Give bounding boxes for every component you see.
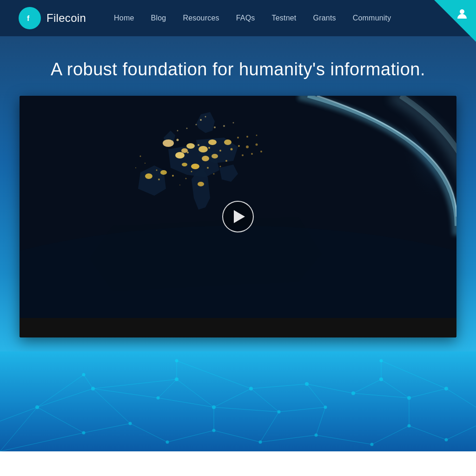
svg-point-48 [140, 156, 141, 157]
logo-text: Filecoin [46, 12, 86, 25]
network-section [0, 351, 476, 451]
svg-point-111 [324, 406, 327, 409]
svg-point-19 [177, 139, 179, 141]
svg-point-113 [351, 391, 355, 395]
user-icon[interactable] [454, 6, 470, 22]
nav-community[interactable]: Community [353, 14, 391, 22]
svg-point-10 [202, 156, 209, 161]
svg-point-100 [82, 431, 86, 435]
video-controls-bar [20, 318, 456, 337]
svg-point-114 [379, 377, 383, 381]
svg-point-112 [315, 434, 318, 437]
svg-point-36 [260, 151, 262, 152]
svg-point-108 [278, 410, 281, 414]
svg-point-9 [198, 146, 208, 152]
svg-point-31 [225, 160, 227, 162]
logo-icon: f [19, 7, 41, 29]
nav-blog[interactable]: Blog [151, 14, 166, 22]
svg-point-106 [212, 429, 216, 432]
svg-point-20 [187, 152, 189, 153]
video-wrapper [20, 96, 456, 337]
svg-point-13 [212, 154, 218, 159]
svg-point-41 [205, 116, 206, 118]
svg-point-51 [220, 166, 221, 167]
svg-text:f: f [27, 14, 30, 22]
hero-section: A robust foundation for humanity's infor… [0, 36, 476, 351]
svg-point-49 [145, 163, 145, 164]
svg-point-42 [196, 124, 197, 126]
svg-point-118 [445, 438, 448, 442]
logo-area[interactable]: f Filecoin [19, 7, 86, 29]
svg-point-28 [156, 170, 158, 171]
svg-point-117 [444, 387, 448, 390]
svg-point-52 [213, 173, 215, 175]
svg-point-110 [305, 382, 309, 386]
nav-testnet[interactable]: Testnet [272, 14, 297, 22]
nav-home[interactable]: Home [114, 14, 134, 22]
svg-point-115 [407, 396, 411, 400]
svg-point-123 [380, 359, 383, 363]
svg-point-35 [251, 153, 253, 155]
svg-point-22 [208, 147, 210, 149]
svg-point-119 [370, 443, 374, 446]
svg-point-47 [233, 122, 234, 124]
svg-point-8 [181, 148, 188, 153]
svg-point-33 [256, 144, 258, 146]
svg-point-120 [166, 441, 169, 444]
svg-point-38 [246, 136, 248, 138]
svg-point-23 [219, 150, 221, 152]
svg-point-45 [214, 126, 216, 128]
nav-grants[interactable]: Grants [313, 14, 336, 22]
svg-point-25 [238, 145, 240, 147]
svg-point-16 [145, 173, 152, 179]
svg-point-39 [256, 135, 258, 136]
svg-point-109 [259, 441, 262, 444]
svg-point-2 [460, 9, 464, 14]
svg-point-37 [237, 137, 239, 139]
svg-point-32 [246, 145, 249, 148]
svg-point-105 [212, 405, 216, 409]
nav-resources[interactable]: Resources [183, 14, 219, 22]
svg-point-12 [224, 139, 231, 145]
svg-point-116 [408, 424, 411, 428]
svg-point-104 [175, 377, 178, 381]
svg-point-30 [207, 167, 209, 169]
svg-point-122 [175, 359, 178, 363]
svg-point-46 [223, 125, 225, 127]
hero-title: A robust foundation for humanity's infor… [19, 60, 457, 79]
nav-faqs[interactable]: FAQs [236, 14, 255, 22]
svg-point-99 [35, 405, 39, 409]
svg-point-107 [249, 387, 253, 390]
svg-point-18 [182, 163, 187, 166]
video-thumbnail [20, 96, 456, 337]
site-header: f Filecoin Home Blog Resources FAQs Test… [0, 0, 476, 36]
svg-point-53 [185, 178, 187, 179]
svg-point-34 [242, 154, 244, 156]
svg-point-27 [172, 175, 174, 177]
main-nav: Home Blog Resources FAQs Testnet Grants … [114, 14, 457, 22]
svg-point-11 [208, 139, 217, 145]
svg-point-40 [200, 119, 202, 121]
svg-point-5 [163, 139, 174, 147]
svg-point-21 [198, 144, 199, 146]
svg-point-17 [160, 170, 167, 175]
svg-point-26 [158, 178, 160, 180]
svg-point-0 [24, 12, 36, 24]
svg-point-7 [186, 143, 195, 149]
svg-point-102 [129, 422, 132, 425]
svg-point-43 [186, 128, 188, 129]
svg-point-103 [157, 397, 160, 400]
svg-point-44 [177, 130, 178, 132]
svg-point-121 [82, 373, 86, 377]
svg-point-14 [191, 164, 199, 169]
svg-point-101 [91, 387, 95, 390]
svg-point-6 [175, 152, 185, 159]
svg-point-24 [231, 148, 233, 151]
svg-point-29 [191, 171, 192, 172]
svg-point-15 [198, 182, 204, 186]
svg-point-54 [179, 185, 180, 185]
svg-point-50 [135, 167, 136, 168]
play-button[interactable] [222, 201, 254, 232]
